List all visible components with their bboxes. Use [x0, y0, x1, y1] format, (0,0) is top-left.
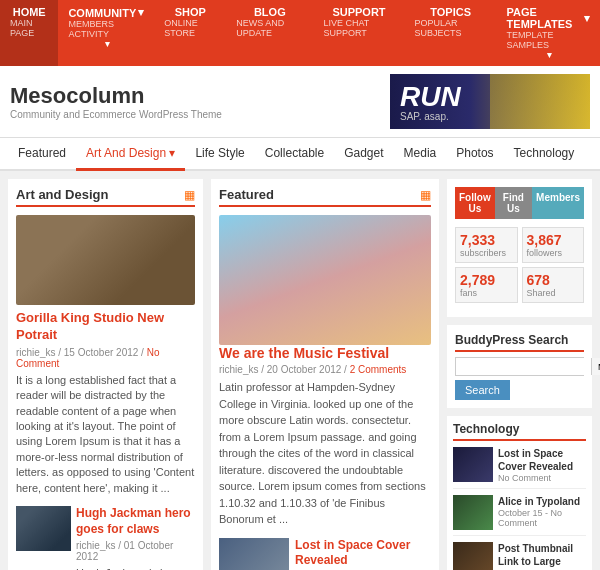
tech-article-2-content: Post Thumbnail Link to Large Image Size … [498, 542, 586, 570]
nav-item-community[interactable]: COMMUNITY ▾ members activity [58, 0, 154, 66]
tab-members[interactable]: Members [532, 187, 584, 219]
social-item-shared: 678 Shared [522, 267, 585, 303]
tech-article-0-meta: No Comment [498, 473, 586, 483]
site-header: Mesocolumn Community and Ecommerce WordP… [0, 66, 600, 138]
center-main-article-title[interactable]: We are the Music Festival [219, 345, 431, 361]
top-nav: HOME main page COMMUNITY ▾ members activ… [0, 0, 600, 66]
left-main-article-meta: richie_ks / 15 October 2012 / No Comment [16, 347, 195, 369]
social-box: Follow Us Find Us Members 7,333 subscrib… [447, 179, 592, 317]
followers-label: followers [527, 248, 580, 258]
tab-follow[interactable]: Follow Us [455, 187, 495, 219]
center-small-article-1: Lost in Space Cover Revealed richie_ks /… [219, 538, 431, 571]
cat-nav-technology[interactable]: Technology [504, 138, 585, 171]
tech-article-1-meta: October 15 - No Comment [498, 508, 586, 528]
cat-nav-artdesign[interactable]: Art And Design ▾ [76, 138, 185, 171]
center-section-title: Featured [219, 187, 274, 202]
tech-article-0-content: Lost in Space Cover Revealed No Comment [498, 447, 586, 483]
tech-article-1: Alice in Typoland October 15 - No Commen… [453, 495, 586, 536]
subscribers-count: 7,333 [460, 232, 513, 248]
left-main-article-title[interactable]: Gorilla King Studio New Potrait [16, 310, 195, 344]
buddypress-search-button[interactable]: Search [455, 380, 510, 400]
fans-count: 2,789 [460, 272, 513, 288]
tech-article-2-image [453, 542, 493, 570]
center-column: Featured ▦ We are the Music Festival ric… [211, 179, 439, 570]
header-banner: RUN SAP. asap. [390, 74, 590, 129]
subscribers-label: subscribers [460, 248, 513, 258]
left-small-article-1-content: Hugh Jackman hero goes for claws richie_… [76, 506, 195, 570]
cat-nav-lifestyle[interactable]: Life Style [185, 138, 254, 171]
left-small-article-1-title[interactable]: Hugh Jackman hero goes for claws [76, 506, 195, 537]
center-section-header: Featured ▦ [219, 187, 431, 207]
social-tabs: Follow Us Find Us Members [455, 187, 584, 219]
tech-article-2-title[interactable]: Post Thumbnail Link to Large Image Size [498, 542, 586, 570]
left-small-article-1-meta: richie_ks / 01 October 2012 [76, 540, 195, 562]
center-small-article-1-title[interactable]: Lost in Space Cover Revealed [295, 538, 431, 569]
social-grid: 7,333 subscribers 3,867 followers 2,789 … [455, 227, 584, 303]
tech-article-1-title[interactable]: Alice in Typoland [498, 495, 586, 508]
shared-label: Shared [527, 288, 580, 298]
center-main-article-meta: richie_ks / 20 October 2012 / 2 Comments [219, 364, 431, 375]
tech-article-0: Lost in Space Cover Revealed No Comment [453, 447, 586, 489]
rss-icon-left: ▦ [184, 188, 195, 202]
center-main-article: We are the Music Festival richie_ks / 20… [219, 215, 431, 528]
nav-item-pagetemplates[interactable]: PAGE TEMPLATES ▾ template samples [497, 0, 600, 66]
tech-article-1-image [453, 495, 493, 530]
right-sidebar: Follow Us Find Us Members 7,333 subscrib… [447, 179, 592, 570]
left-section-header: Art and Design ▦ [16, 187, 195, 207]
left-main-article: Gorilla King Studio New Potrait richie_k… [16, 215, 195, 496]
site-branding: Mesocolumn Community and Ecommerce WordP… [10, 83, 390, 120]
center-small-article-1-content: Lost in Space Cover Revealed richie_ks /… [295, 538, 431, 571]
cat-nav-collectable[interactable]: Collectable [255, 138, 334, 171]
main-content: Art and Design ▦ Gorilla King Studio New… [0, 171, 600, 570]
left-main-article-image [16, 215, 195, 305]
nav-item-shop[interactable]: SHOP online store [154, 0, 226, 66]
left-main-article-excerpt: It is a long established fact that a rea… [16, 373, 195, 496]
fans-label: fans [460, 288, 513, 298]
banner-main-text: RUN [400, 82, 461, 110]
tech-article-0-title[interactable]: Lost in Space Cover Revealed [498, 447, 586, 473]
tech-article-1-content: Alice in Typoland October 15 - No Commen… [498, 495, 586, 530]
left-section-title: Art and Design [16, 187, 108, 202]
social-item-fans: 2,789 fans [455, 267, 518, 303]
left-small-article-1-image [16, 506, 71, 551]
social-item-subscribers: 7,333 subscribers [455, 227, 518, 263]
nav-item-home[interactable]: HOME main page [0, 0, 58, 66]
buddypress-search-select[interactable]: Members [591, 358, 600, 375]
technology-box: Technology Lost in Space Cover Revealed … [447, 416, 592, 570]
left-column: Art and Design ▦ Gorilla King Studio New… [8, 179, 203, 570]
nav-item-topics[interactable]: TOPICS popular subjects [405, 0, 497, 66]
nav-item-blog[interactable]: BLOG news and update [226, 0, 313, 66]
rss-icon-center: ▦ [420, 188, 431, 202]
tech-article-2: Post Thumbnail Link to Large Image Size … [453, 542, 586, 570]
center-main-article-image [219, 215, 431, 345]
buddypress-title: BuddyPress Search [455, 333, 584, 352]
category-nav: Featured Art And Design ▾ Life Style Col… [0, 138, 600, 171]
left-small-article-1: Hugh Jackman hero goes for claws richie_… [16, 506, 195, 570]
cat-nav-photos[interactable]: Photos [446, 138, 503, 171]
nav-item-support[interactable]: SUPPORT live chat support [313, 0, 404, 66]
cat-nav-featured[interactable]: Featured [8, 138, 76, 171]
buddypress-search-input[interactable] [456, 358, 591, 375]
social-item-followers: 3,867 followers [522, 227, 585, 263]
cat-nav-media[interactable]: Media [394, 138, 447, 171]
technology-title: Technology [453, 422, 586, 441]
cat-nav-gadget[interactable]: Gadget [334, 138, 393, 171]
banner-sub-text: SAP. asap. [400, 110, 461, 121]
search-input-row: Members [455, 357, 584, 376]
site-title: Mesocolumn [10, 83, 390, 109]
followers-count: 3,867 [527, 232, 580, 248]
tab-find[interactable]: Find Us [495, 187, 532, 219]
tech-article-0-image [453, 447, 493, 482]
center-small-article-1-image [219, 538, 289, 571]
left-small-article-1-excerpt: Hugh Jackman's hero goes for claws and F… [76, 566, 195, 570]
shared-count: 678 [527, 272, 580, 288]
buddypress-search-box: BuddyPress Search Members Search [447, 325, 592, 408]
center-main-article-body: Latin professor at Hampden-Sydney Colleg… [219, 379, 431, 528]
site-tagline: Community and Ecommerce WordPress Theme [10, 109, 390, 120]
